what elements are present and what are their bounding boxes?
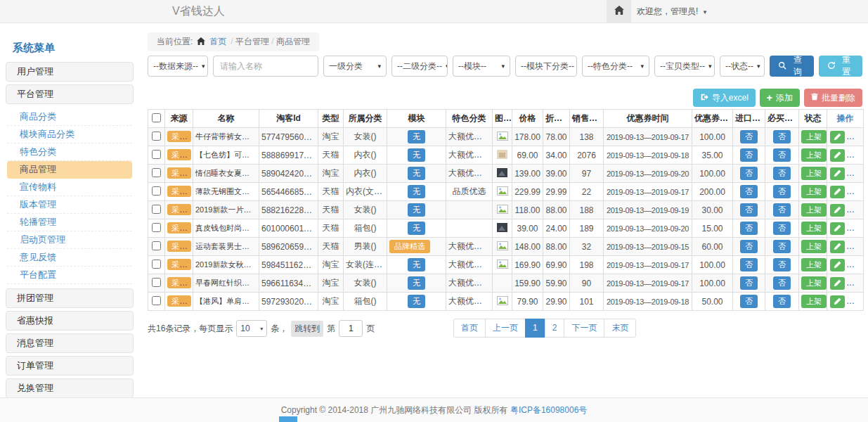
- imported-toggle[interactable]: 否: [740, 148, 758, 161]
- select-all-checkbox[interactable]: [152, 113, 161, 122]
- edit-button[interactable]: [830, 277, 845, 290]
- must-buy-toggle[interactable]: 否: [773, 203, 791, 216]
- status-toggle[interactable]: 上架: [801, 148, 827, 161]
- imported-toggle[interactable]: 否: [740, 240, 758, 252]
- status-toggle[interactable]: 上架: [801, 203, 827, 216]
- imported-toggle[interactable]: 否: [740, 222, 758, 234]
- sidebar-group[interactable]: 兑换管理: [6, 378, 134, 397]
- status-toggle[interactable]: 上架: [801, 167, 827, 179]
- sidebar-group[interactable]: 平台管理: [6, 84, 134, 104]
- edit-button[interactable]: [830, 241, 845, 253]
- page-button[interactable]: 1: [525, 319, 545, 338]
- page-button[interactable]: 上一页: [485, 319, 526, 338]
- must-buy-toggle[interactable]: 否: [773, 185, 791, 198]
- edit-button[interactable]: [830, 259, 845, 271]
- must-buy-toggle[interactable]: 否: [773, 258, 791, 271]
- must-buy-toggle[interactable]: 否: [773, 276, 791, 289]
- filter-select-value: 一级分类: [329, 60, 363, 72]
- bulk-delete-label: 批量删除: [822, 92, 855, 104]
- sidebar-group[interactable]: 消息管理: [6, 333, 134, 353]
- row-checkbox[interactable]: [152, 132, 161, 141]
- page-number-input[interactable]: [339, 320, 363, 337]
- sidebar-group[interactable]: 订单管理: [6, 356, 134, 376]
- sidebar-item[interactable]: 模块商品分类: [7, 126, 132, 143]
- col-header: 类型: [318, 110, 344, 128]
- jump-button[interactable]: 跳转到: [291, 321, 323, 337]
- row-checkbox[interactable]: [152, 296, 161, 305]
- page-button[interactable]: 下一页: [564, 319, 604, 338]
- status-toggle[interactable]: 上架: [801, 258, 827, 271]
- page-button[interactable]: 首页: [453, 319, 486, 338]
- row-checkbox[interactable]: [152, 150, 161, 159]
- row-checkbox[interactable]: [152, 168, 161, 177]
- filter-select[interactable]: --宝贝类型--▾: [654, 56, 715, 77]
- imported-toggle[interactable]: 否: [740, 130, 758, 143]
- must-buy-toggle[interactable]: 否: [773, 130, 791, 143]
- must-buy-toggle[interactable]: 否: [773, 295, 791, 307]
- edit-button[interactable]: [830, 167, 845, 180]
- row-checkbox[interactable]: [152, 186, 161, 196]
- sidebar-item[interactable]: 轮播管理: [7, 214, 132, 231]
- imported-toggle[interactable]: 否: [740, 203, 758, 216]
- row-checkbox[interactable]: [152, 223, 161, 232]
- sidebar-item[interactable]: 商品管理: [7, 161, 132, 179]
- edit-button[interactable]: [830, 222, 845, 235]
- edit-button[interactable]: [830, 295, 845, 308]
- add-button[interactable]: + 添加: [760, 89, 800, 107]
- records-total-text: 共16条记录，每页显示: [148, 323, 233, 335]
- page-button[interactable]: 末页: [604, 319, 636, 338]
- imported-toggle[interactable]: 否: [740, 167, 758, 179]
- app-brand[interactable]: V省钱达人: [172, 0, 225, 23]
- edit-button[interactable]: [830, 186, 845, 198]
- breadcrumb-home-link[interactable]: 首页: [209, 36, 226, 48]
- name-search-input[interactable]: [213, 56, 318, 77]
- filter-select[interactable]: --数据来源--▾: [148, 56, 208, 77]
- home-button[interactable]: [607, 0, 631, 23]
- row-checkbox[interactable]: [152, 260, 161, 269]
- per-page-select[interactable]: 10 ▾: [236, 320, 267, 337]
- filter-select[interactable]: --模块下分类--▾: [515, 56, 577, 77]
- must-buy-toggle[interactable]: 否: [773, 222, 791, 234]
- must-buy-toggle[interactable]: 否: [773, 167, 791, 179]
- edit-button[interactable]: [830, 149, 845, 162]
- page-button[interactable]: 2: [545, 319, 565, 338]
- user-menu[interactable]: 欢迎您，管理员! ▾: [637, 0, 706, 23]
- status-toggle[interactable]: 上架: [801, 130, 827, 143]
- filter-select[interactable]: --二级分类--▾: [391, 56, 448, 77]
- sidebar-item[interactable]: 特色分类: [7, 143, 132, 161]
- status-toggle[interactable]: 上架: [801, 185, 827, 198]
- filter-select[interactable]: --状态--▾: [720, 56, 765, 77]
- edit-button[interactable]: [830, 131, 845, 143]
- import-excel-button[interactable]: 导入excel: [693, 89, 756, 107]
- sidebar-group[interactable]: 用户管理: [6, 62, 134, 82]
- imported-toggle[interactable]: 否: [740, 295, 758, 307]
- icp-link[interactable]: 粤ICP备16098006号: [510, 405, 587, 415]
- imported-toggle[interactable]: 否: [740, 258, 758, 271]
- must-buy-toggle[interactable]: 否: [773, 240, 791, 252]
- row-checkbox[interactable]: [152, 278, 161, 287]
- row-checkbox[interactable]: [152, 241, 161, 250]
- sidebar-item[interactable]: 启动页管理: [7, 231, 132, 249]
- status-toggle[interactable]: 上架: [801, 222, 827, 234]
- status-toggle[interactable]: 上架: [801, 295, 827, 307]
- must-buy-toggle[interactable]: 否: [773, 148, 791, 161]
- bulk-delete-button[interactable]: 批量删除: [804, 89, 862, 107]
- sidebar-item[interactable]: 宣传物料: [7, 179, 132, 196]
- row-checkbox[interactable]: [152, 205, 161, 214]
- sidebar-item[interactable]: 意见反馈: [7, 249, 132, 267]
- sidebar-item[interactable]: 平台配置: [7, 267, 132, 284]
- sidebar-item[interactable]: 版本管理: [7, 196, 132, 214]
- sidebar-group[interactable]: 省惠快报: [6, 311, 134, 331]
- reset-button[interactable]: 重置: [819, 56, 863, 77]
- filter-select[interactable]: --模块--▾: [453, 56, 510, 77]
- filter-select[interactable]: --特色分类--▾: [582, 56, 649, 77]
- sidebar-item[interactable]: 商品分类: [7, 108, 132, 126]
- status-toggle[interactable]: 上架: [801, 240, 827, 252]
- edit-button[interactable]: [830, 204, 845, 217]
- imported-toggle[interactable]: 否: [740, 185, 758, 198]
- imported-toggle[interactable]: 否: [740, 276, 758, 289]
- sidebar-group[interactable]: 拼团管理: [6, 288, 134, 308]
- query-button[interactable]: 查询: [770, 56, 814, 77]
- filter-select[interactable]: 一级分类▾: [323, 56, 387, 77]
- status-toggle[interactable]: 上架: [801, 276, 827, 289]
